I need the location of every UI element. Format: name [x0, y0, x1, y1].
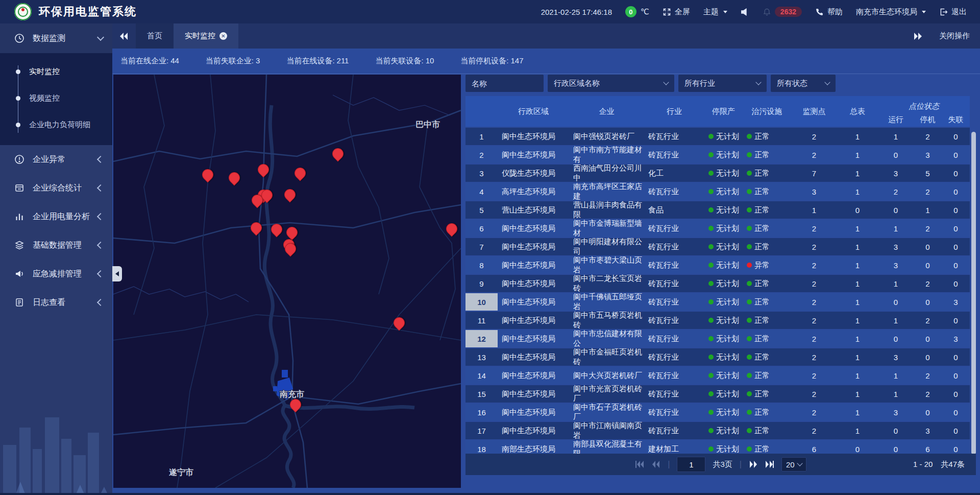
status-cell: 无计划 [704, 293, 743, 311]
lost-count: 0 [942, 146, 970, 163]
city-label: 遂宁市 [169, 467, 193, 478]
sidebar-subitem[interactable]: 视频监控 [0, 85, 112, 111]
run-count: 0 [878, 146, 914, 163]
table-row[interactable]: 12阆中生态环境局阆中市忠信建材有限公砖瓦行业无计划正常21003 [465, 330, 970, 347]
help-button[interactable]: 帮助 [815, 7, 843, 17]
table-row[interactable]: 15阆中生态环境局阆中市光富页岩机砖厂砖瓦行业无计划正常21120 [465, 385, 970, 403]
logout-button[interactable]: 退出 [939, 7, 967, 17]
volume-icon[interactable] [741, 8, 749, 16]
sidebar-item-5[interactable]: 基础数据管理 [0, 231, 112, 260]
industry-cell: 砖瓦行业 [644, 275, 704, 292]
sidebar-subitem[interactable]: 实时监控 [0, 58, 112, 85]
notifications-button[interactable]: 2632 [763, 7, 802, 17]
column-header: 企业 [569, 96, 644, 127]
sidebar-item-7[interactable]: 日志查看 [0, 288, 112, 317]
table-row[interactable]: 16阆中生态环境局阆中市石子页岩机砖厂砖瓦行业无计划正常21300 [465, 404, 970, 421]
status-filter-select[interactable]: 所有状态 [771, 75, 836, 92]
lost-count: 0 [942, 348, 970, 366]
halt-count: 0 [914, 293, 942, 311]
prev-page-button[interactable] [651, 461, 660, 468]
table-row[interactable]: 5营山生态环境局营山县润丰肉食品有限食品无计划正常10010 [465, 201, 970, 219]
region-filter-select[interactable]: 行政区域名称 [548, 75, 674, 92]
name-filter-input[interactable] [465, 75, 544, 92]
lost-count: 0 [942, 367, 970, 384]
region-cell: 阆中生态环境局 [498, 220, 569, 237]
next-page-button[interactable] [749, 461, 758, 468]
company-cell: 阆中市枣碧大梁山页岩 [569, 256, 644, 274]
sidebar-item-1[interactable]: 数据监测 [0, 23, 112, 53]
table-row[interactable]: 1阆中生态环境局阆中强锐页岩砖厂砖瓦行业无计划正常21120 [465, 128, 970, 145]
table-row[interactable]: 7阆中生态环境局阆中明阳建材有限公司砖瓦行业无计划正常21300 [465, 238, 970, 255]
monitor-count: 2 [791, 312, 837, 329]
table-row[interactable]: 3仪陇生态环境局西南油气田分公司川中化工无计划正常71350 [465, 164, 970, 182]
status-label: 无计划 [716, 371, 739, 381]
first-page-button[interactable] [635, 461, 644, 468]
chevron-down-icon [663, 79, 669, 85]
status-cell: 无计划 [704, 220, 743, 237]
row-number: 5 [465, 201, 498, 219]
status-cell: 无计划 [704, 238, 743, 255]
status-dot-icon [708, 189, 714, 194]
map-panel[interactable]: 巴中市南充市遂宁市 [113, 75, 461, 488]
company-cell: 阆中强锐页岩砖厂 [569, 128, 644, 145]
industry-filter-select[interactable]: 所有行业 [678, 75, 767, 92]
table-row[interactable]: 11阆中生态环境局阆中市五马桥页岩机砖砖瓦行业无计划正常21120 [465, 312, 970, 329]
table-row[interactable]: 17阆中生态环境局阆中市江南镇阆南页岩砖瓦行业无计划正常21030 [465, 422, 970, 439]
halt-count: 0 [914, 330, 942, 347]
last-page-button[interactable] [765, 461, 774, 468]
status-cell: 正常 [743, 275, 791, 292]
halt-count: 2 [914, 275, 942, 292]
sidebar-subitem[interactable]: 企业电力负荷明细 [0, 111, 112, 138]
status-cell: 正常 [743, 220, 791, 237]
org-menu[interactable]: 南充市生态环境局 [856, 7, 926, 17]
sidebar-item-6[interactable]: 应急减排管理 [0, 260, 112, 288]
sidebar-item-4[interactable]: 企业用电量分析 [0, 202, 112, 231]
tabs-scroll-left-button[interactable] [112, 23, 136, 49]
status-cell: 无计划 [704, 330, 743, 347]
total-count-label: 共47条 [941, 460, 965, 469]
table-row[interactable]: 14阆中生态环境局阆中大兴页岩机砖厂砖瓦行业无计划正常21120 [465, 367, 970, 384]
run-count: 2 [878, 183, 914, 200]
table-row[interactable]: 4高坪生态环境局南充市高坪区王家店建砖瓦行业无计划正常31220 [465, 183, 970, 200]
industry-filter-value: 所有行业 [684, 79, 715, 88]
run-count: 0 [878, 422, 914, 439]
sidebar-item-label: 数据监测 [33, 33, 98, 44]
company-cell: 阆中市石子页岩机砖厂 [569, 404, 644, 421]
table-row[interactable]: 6阆中生态环境局阆中市金博瑞新型墙材砖瓦行业无计划正常21120 [465, 220, 970, 237]
sidebar-item-3[interactable]: 企业综合统计 [0, 174, 112, 202]
region-cell: 阆中生态环境局 [498, 385, 569, 403]
column-header: 行政区域 [498, 96, 569, 127]
fullscreen-button[interactable]: 全屏 [663, 7, 690, 17]
table-row[interactable]: 2阆中生态环境局阆中市南方节能建材有砖瓦行业无计划正常21030 [465, 146, 970, 163]
page-number-input[interactable] [677, 457, 705, 472]
column-header: 治污设施 [743, 96, 791, 127]
tabs-scroll-right-button[interactable] [914, 33, 922, 40]
close-icon[interactable]: ✕ [219, 32, 227, 40]
status-label: 无计划 [716, 297, 739, 307]
clock-icon [14, 33, 24, 43]
table-row[interactable]: 8阆中生态环境局阆中市枣碧大梁山页岩砖瓦行业无计划异常21300 [465, 256, 970, 274]
theme-menu[interactable]: 主题 [703, 7, 727, 17]
status-cell: 正常 [743, 330, 791, 347]
halt-count: 2 [914, 367, 942, 384]
table-row[interactable]: 9阆中生态环境局阆中市二龙长宝页岩砖砖瓦行业无计划正常21120 [465, 275, 970, 292]
monitor-count: 6 [791, 440, 837, 455]
chevron-down-icon [723, 11, 727, 13]
sidebar-item-2[interactable]: 企业异常 [0, 145, 112, 174]
status-dot-icon [708, 428, 714, 433]
tab-home[interactable]: 首页 [136, 23, 174, 49]
table-row[interactable]: 10阆中生态环境局阆中千佛镇五郎垭页岩砖瓦行业无计划正常21003 [465, 293, 970, 311]
total-meter-count: 1 [837, 367, 878, 384]
status-label: 无计划 [716, 205, 739, 215]
map-collapse-handle[interactable] [112, 266, 122, 281]
page-size-select[interactable]: 20 [781, 457, 806, 472]
status-cell: 无计划 [704, 146, 743, 163]
column-header: 总表 [837, 96, 878, 127]
close-operations-menu[interactable]: 关闭操作 [939, 31, 970, 41]
status-cell: 无计划 [704, 128, 743, 145]
table-scrollbar[interactable] [971, 132, 976, 455]
region-cell: 阆中生态环境局 [498, 293, 569, 311]
tab-realtime-monitor[interactable]: 实时监控 ✕ [174, 23, 238, 49]
table-row[interactable]: 18南部生态环境局南部县双化混凝土有限建材加工无计划正常60060 [465, 440, 970, 455]
table-row[interactable]: 13阆中生态环境局阆中市金福旺页岩机砖砖瓦行业无计划正常21300 [465, 348, 970, 366]
